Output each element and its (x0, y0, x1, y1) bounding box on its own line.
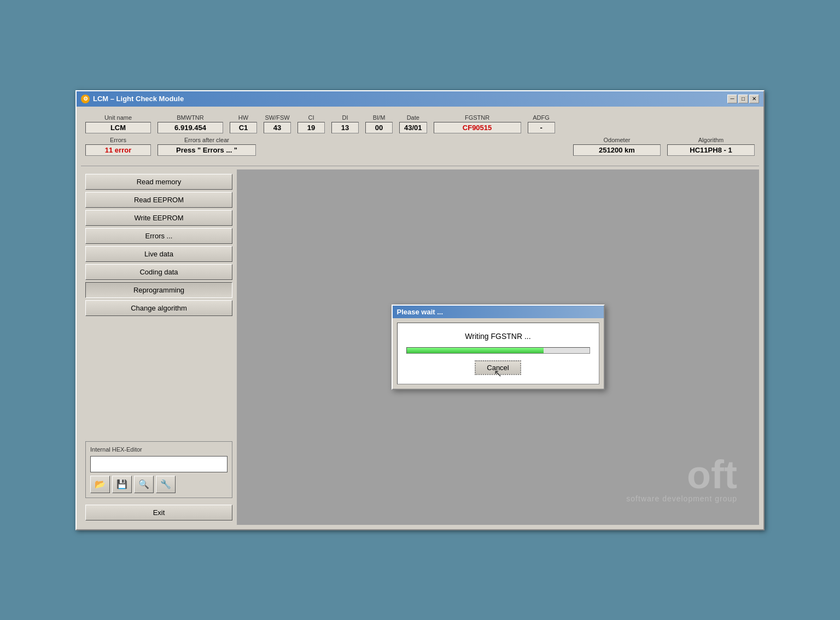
info-section: Unit name LCM BMWTNR 6.919.454 HW C1 SW/… (81, 111, 759, 162)
modal-body: Writing FGSTNR ... Cancel ↖ (397, 323, 599, 384)
hw-field: HW C1 (230, 114, 257, 133)
fgstnr-value: CF90515 (434, 122, 521, 133)
bim-value: 00 (365, 122, 393, 133)
adfg-label: ADFG (533, 114, 550, 121)
hex-replace-button[interactable]: 🔧 (156, 476, 176, 493)
hex-editor-legend: Internal HEX-Editor (90, 446, 228, 453)
di-label: DI (342, 114, 348, 121)
read-eeprom-button[interactable]: Read EEPROM (85, 192, 232, 208)
write-eeprom-button[interactable]: Write EEPROM (85, 210, 232, 226)
coding-data-button[interactable]: Coding data (85, 264, 232, 280)
bim-field: BI/M 00 (365, 114, 393, 133)
maximize-button[interactable]: □ (738, 95, 748, 103)
read-memory-button[interactable]: Read memory (85, 174, 232, 190)
fgstnr-label: FGSTNR (465, 114, 489, 121)
hw-value: C1 (230, 122, 257, 133)
adfg-field: ADFG - (528, 114, 555, 133)
app-icon: ⚙ (81, 95, 90, 103)
errors-label: Errors (110, 137, 126, 143)
sidebar: Read memory Read EEPROM Write EEPROM Err… (81, 169, 237, 525)
sw-fsw-value: 43 (264, 122, 291, 133)
reprogramming-button[interactable]: Reprogramming (85, 282, 232, 298)
hw-label: HW (238, 114, 248, 121)
window-controls: ─ □ ✕ (727, 95, 759, 103)
modal-overlay: Please wait ... Writing FGSTNR ... Cance… (237, 169, 759, 525)
errors-after-clear-field: Errors after clear Press " Errors ... " (158, 137, 256, 156)
title-bar: ⚙ LCM – Light Check Module ─ □ ✕ (77, 91, 763, 107)
errors-after-clear-value: Press " Errors ... " (158, 144, 256, 156)
modal-title: Please wait ... (397, 308, 444, 316)
di-field: DI 13 (331, 114, 359, 133)
ci-field: CI 19 (298, 114, 325, 133)
hex-input[interactable] (90, 456, 228, 472)
modal-title-bar: Please wait ... (393, 306, 604, 318)
progress-bar-fill (407, 348, 544, 353)
date-field: Date 43/01 (399, 114, 427, 133)
main-area: Read memory Read EEPROM Write EEPROM Err… (81, 169, 759, 525)
algorithm-field: Algorithm HC11PH8 - 1 (667, 137, 755, 156)
adfg-value: - (528, 122, 555, 133)
errors-value: 11 error (85, 144, 151, 156)
cancel-button-wrapper: Cancel ↖ (406, 360, 590, 375)
ci-label: CI (308, 114, 314, 121)
unit-name-value: LCM (85, 122, 151, 133)
algorithm-value: HC11PH8 - 1 (667, 144, 755, 156)
ci-value: 19 (298, 122, 325, 133)
date-label: Date (407, 114, 419, 121)
window-title: LCM – Light Check Module (93, 95, 184, 103)
algorithm-label: Algorithm (698, 137, 724, 143)
main-window: ⚙ LCM – Light Check Module ─ □ ✕ Unit na… (75, 90, 765, 530)
title-bar-left: ⚙ LCM – Light Check Module (81, 95, 184, 103)
sw-fsw-field: SW/FSW 43 (264, 114, 291, 133)
di-value: 13 (331, 122, 359, 133)
separator (81, 166, 759, 166)
cursor-icon: ↖ (494, 367, 502, 379)
errors-after-clear-label: Errors after clear (184, 137, 229, 143)
exit-button[interactable]: Exit (85, 505, 232, 520)
bmwtnr-value: 6.919.454 (158, 122, 223, 133)
bmwtnr-label: BMWTNR (177, 114, 204, 121)
errors-button[interactable]: Errors ... (85, 228, 232, 244)
minimize-button[interactable]: ─ (727, 95, 737, 103)
close-button[interactable]: ✕ (749, 95, 759, 103)
window-body: Unit name LCM BMWTNR 6.919.454 HW C1 SW/… (77, 107, 763, 529)
odometer-value: 251200 km (573, 144, 661, 156)
hex-save-button[interactable]: 💾 (112, 476, 132, 493)
unit-name-label: Unit name (104, 114, 132, 121)
info-row-2: Errors 11 error Errors after clear Press… (85, 137, 755, 156)
odometer-label: Odometer (604, 137, 631, 143)
modal-dialog: Please wait ... Writing FGSTNR ... Cance… (392, 305, 605, 390)
info-row-1: Unit name LCM BMWTNR 6.919.454 HW C1 SW/… (85, 114, 755, 133)
content-area: oft software development group Please wa… (237, 169, 759, 525)
date-value: 43/01 (399, 122, 427, 133)
hex-find-button[interactable]: 🔍 (134, 476, 154, 493)
errors-field: Errors 11 error (85, 137, 151, 156)
progress-bar-container (406, 347, 590, 354)
live-data-button[interactable]: Live data (85, 246, 232, 262)
bmwtnr-field: BMWTNR 6.919.454 (158, 114, 223, 133)
hex-buttons: 📂 💾 🔍 🔧 (90, 476, 228, 493)
fgstnr-field: FGSTNR CF90515 (434, 114, 521, 133)
odometer-field: Odometer 251200 km (573, 137, 661, 156)
sw-fsw-label: SW/FSW (265, 114, 289, 121)
bim-label: BI/M (373, 114, 386, 121)
hex-editor-group: Internal HEX-Editor 📂 💾 🔍 🔧 (85, 441, 232, 498)
change-algorithm-button[interactable]: Change algorithm (85, 300, 232, 316)
sidebar-spacer (85, 318, 232, 435)
modal-message: Writing FGSTNR ... (406, 332, 590, 341)
unit-name-field: Unit name LCM (85, 114, 151, 133)
hex-open-button[interactable]: 📂 (90, 476, 110, 493)
